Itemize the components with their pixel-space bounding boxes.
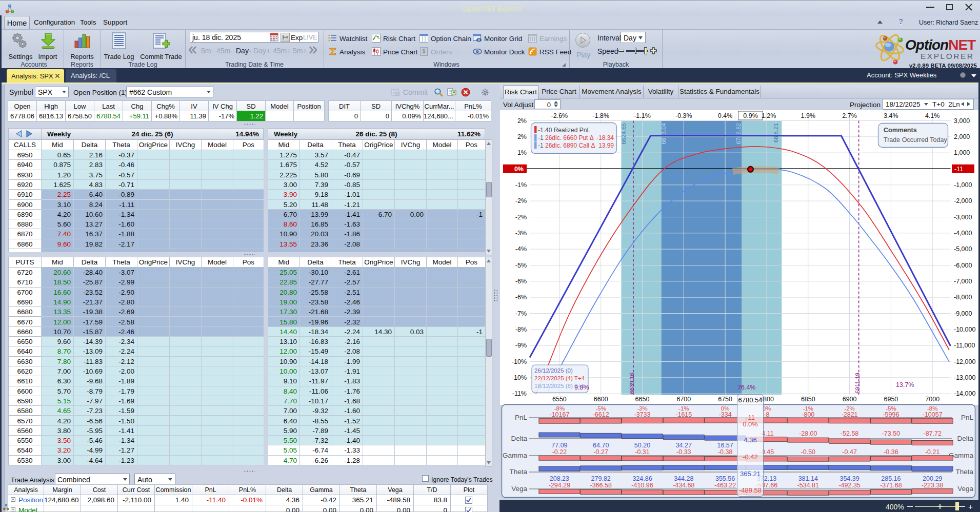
svg-text:-1615: -1615 [675, 411, 692, 418]
svg-text:$: $ [423, 49, 426, 54]
svg-text:-2821: -2821 [842, 411, 858, 418]
svg-text:1%: 1% [517, 149, 527, 156]
svg-text:9.8%: 9.8% [574, 384, 589, 391]
svg-text:-4,000: -4,000 [954, 230, 972, 237]
svg-text:-534.81: -534.81 [797, 482, 819, 489]
svg-text:0%: 0% [514, 166, 524, 173]
svg-text:2.7%: 2.7% [842, 112, 857, 119]
svg-text:-410.96: -410.96 [631, 482, 653, 489]
svg-text:6900: 6900 [843, 396, 857, 403]
svg-text:-0.38: -0.38 [718, 448, 733, 456]
svg-text:-9%: -9% [515, 342, 527, 349]
svg-text:-13,000: -13,000 [954, 374, 975, 381]
svg-text:13.7%: 13.7% [896, 381, 914, 388]
svg-text:-3733: -3733 [634, 411, 651, 418]
svg-text:-492.35: -492.35 [838, 482, 860, 489]
svg-text:7000: 7000 [925, 396, 939, 403]
svg-text:-18.34: -18.34 [596, 134, 614, 141]
svg-text:-10%: -10% [512, 374, 527, 381]
svg-text:285.16: 285.16 [881, 475, 901, 482]
svg-text:-1.8%: -1.8% [592, 112, 609, 119]
svg-text:4.1%: 4.1% [925, 112, 940, 119]
svg-text:-5%: -5% [515, 262, 527, 269]
svg-text:-9,000: -9,000 [954, 310, 972, 317]
svg-text:-0.47: -0.47 [842, 448, 857, 456]
svg-text:-2.6%: -2.6% [551, 112, 568, 119]
svg-text:-6612: -6612 [593, 411, 609, 418]
svg-text:-371.68: -371.68 [880, 482, 902, 489]
svg-text:26/12/2025 (0): 26/12/2025 (0) [534, 367, 573, 374]
svg-text:0.9%: 0.9% [743, 112, 758, 119]
svg-text:344.28: 344.28 [674, 475, 693, 482]
svg-text:-4%: -4% [515, 245, 527, 253]
svg-text:6950: 6950 [884, 396, 898, 403]
svg-text:-11: -11 [954, 166, 963, 173]
svg-text:34.27: 34.27 [676, 442, 692, 449]
svg-text:-1.1%: -1.1% [634, 112, 651, 119]
svg-text:-10,000: -10,000 [954, 326, 975, 333]
svg-text:-8: -8 [764, 411, 769, 418]
svg-text:-28.00: -28.00 [799, 430, 817, 437]
svg-text:50.20: 50.20 [634, 442, 650, 449]
svg-text:-1.40 Realized PnL: -1.40 Realized PnL [538, 127, 590, 134]
svg-text:-1 26dic. 6660 Put Δ: -1 26dic. 6660 Put Δ [538, 134, 594, 141]
svg-text:Delta: Delta [957, 435, 973, 442]
svg-text:-6%: -6% [515, 294, 527, 301]
svg-text:-6,000: -6,000 [954, 262, 972, 269]
svg-text:-5,000: -5,000 [954, 245, 972, 253]
svg-text:-334: -334 [719, 411, 732, 418]
svg-text:-366.58: -366.58 [590, 482, 611, 489]
svg-text:354.39: 354.39 [839, 475, 859, 482]
svg-text:-223.38: -223.38 [922, 482, 943, 489]
svg-text:-3,000: -3,000 [954, 214, 972, 221]
svg-text:-2%: -2% [515, 197, 527, 204]
svg-text:Vega: Vega [511, 485, 527, 493]
svg-text:2,000: 2,000 [954, 133, 970, 140]
svg-text:-6%: -6% [515, 278, 527, 285]
svg-text:Vega: Vega [957, 485, 973, 493]
svg-text:Comments: Comments [884, 127, 917, 134]
svg-text:6550: 6550 [552, 396, 567, 403]
svg-text:Theta: Theta [955, 468, 973, 476]
svg-text:1,000: 1,000 [954, 149, 970, 156]
svg-text:-52.58: -52.58 [841, 430, 858, 437]
svg-text:6769.82: 6769.82 [735, 123, 742, 145]
svg-text:Trade Occurred Today: Trade Occurred Today [884, 136, 947, 144]
svg-text:6600: 6600 [594, 396, 608, 403]
svg-text:-5996: -5996 [883, 411, 899, 418]
svg-text:-2%: -2% [515, 214, 527, 221]
svg-text:279.82: 279.82 [591, 475, 611, 482]
svg-text:-11%: -11% [512, 390, 527, 397]
svg-text:-0.50: -0.50 [801, 448, 816, 456]
svg-text:-7,000: -7,000 [954, 278, 972, 285]
svg-text:200.29: 200.29 [923, 475, 942, 482]
svg-text:-73.50: -73.50 [882, 430, 900, 437]
svg-text:-0.33: -0.33 [676, 448, 691, 456]
svg-text:-1 26dic. 6890 Call Δ: -1 26dic. 6890 Call Δ [538, 142, 595, 149]
svg-text:-0.21: -0.21 [925, 448, 940, 456]
svg-text:22/12/2025 (4) T+4: 22/12/2025 (4) T+4 [534, 375, 585, 381]
svg-text:-11,000: -11,000 [954, 342, 975, 349]
svg-text:-87.72: -87.72 [923, 430, 941, 437]
svg-text:13.99: 13.99 [598, 142, 614, 149]
svg-text:3,000: 3,000 [954, 117, 970, 125]
svg-text:381.14: 381.14 [798, 475, 818, 482]
svg-text:Theta: Theta [509, 468, 527, 476]
svg-text:PnL: PnL [515, 414, 528, 421]
svg-text:76.4%: 76.4% [737, 384, 755, 391]
svg-text:-463.22: -463.22 [714, 482, 736, 489]
svg-text:6650: 6650 [635, 396, 650, 403]
svg-text:0.4%: 0.4% [718, 112, 733, 119]
svg-text:-0.31: -0.31 [635, 448, 650, 456]
svg-text:Delta: Delta [511, 435, 527, 442]
svg-text:-7%: -7% [515, 310, 527, 317]
svg-text:324.86: 324.86 [632, 475, 652, 482]
svg-text:-10057: -10057 [923, 411, 943, 418]
svg-text:Gamma: Gamma [503, 452, 528, 459]
svg-text:6624.65: 6624.65 [621, 123, 627, 145]
svg-text:2%: 2% [517, 133, 527, 140]
svg-text:6850: 6850 [801, 396, 815, 403]
svg-text:PnL: PnL [961, 414, 974, 421]
svg-text:3.4%: 3.4% [884, 112, 898, 119]
svg-text:-8,000: -8,000 [954, 294, 972, 301]
